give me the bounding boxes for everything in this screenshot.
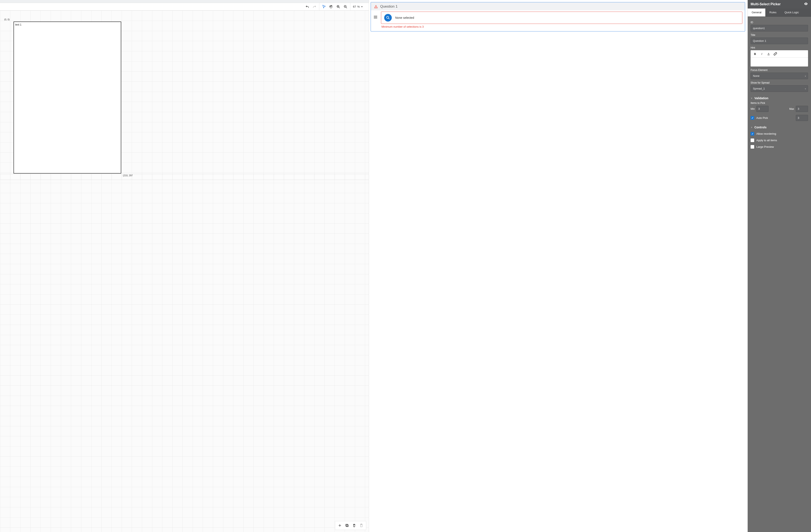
validation-error-text: Minimum number of selections is 3	[381, 24, 743, 30]
hand-icon	[329, 5, 333, 9]
underline-button[interactable]: A	[766, 51, 771, 56]
selection-text: None selected	[395, 16, 414, 19]
top-gap	[0, 0, 369, 3]
duplicate-page-button[interactable]	[344, 522, 350, 528]
link-icon	[773, 51, 778, 56]
svg-point-9	[806, 3, 806, 4]
min-label: Min	[751, 107, 755, 110]
zoom-out-icon	[343, 5, 348, 9]
hint-toolbar: B I A	[751, 50, 808, 58]
properties-title: Multi-Select Picker	[751, 2, 781, 6]
validation-section-header[interactable]: ▼ Validation	[751, 96, 808, 100]
plus-icon	[338, 523, 342, 528]
link-button[interactable]	[773, 51, 778, 56]
visibility-toggle[interactable]	[804, 2, 808, 7]
search-icon	[386, 16, 390, 20]
warning-icon	[374, 4, 378, 9]
show-for-spread-select[interactable]: Spread_1	[751, 85, 808, 92]
hint-textarea[interactable]	[751, 58, 808, 66]
italic-icon: I	[761, 52, 762, 56]
zoom-unit: %	[357, 5, 360, 8]
clipboard-icon	[359, 523, 364, 528]
max-label: Max	[789, 107, 794, 110]
ruler-bottom	[0, 174, 369, 180]
properties-panel: Multi-Select Picker General Rules Quick …	[748, 0, 811, 532]
page-text-element[interactable]: text 1	[15, 23, 21, 26]
undo-icon	[305, 5, 309, 9]
apply-all-checkbox[interactable]	[751, 139, 754, 142]
tab-rules[interactable]: Rules	[765, 9, 780, 16]
undo-button[interactable]	[304, 4, 310, 10]
question-card[interactable]: Question 1 None selected Minimum number …	[371, 2, 745, 31]
page-rect[interactable]	[14, 21, 121, 174]
search-picker-button[interactable]	[384, 14, 392, 21]
tab-general[interactable]: General	[748, 9, 765, 16]
svg-rect-2	[346, 525, 348, 527]
zoom-in-button[interactable]	[335, 4, 341, 10]
chevron-down-icon: ▼	[361, 6, 363, 8]
show-for-spread-label: Show for Spread	[751, 81, 808, 84]
title-field[interactable]	[751, 37, 808, 44]
question-title: Question 1	[380, 4, 397, 9]
underline-icon: A	[768, 52, 770, 56]
hint-label: Hint	[751, 46, 808, 49]
delete-page-button[interactable]	[351, 522, 357, 528]
redo-icon	[312, 5, 317, 9]
pointer-icon	[322, 5, 326, 9]
auto-pick-value-field[interactable]	[796, 115, 808, 121]
chevron-down-icon: ▼	[751, 126, 753, 128]
id-label: ID	[751, 21, 808, 24]
add-page-button[interactable]	[337, 522, 343, 528]
allow-reordering-label: Allow reordering	[756, 132, 776, 135]
canvas-toolbar: 67 % ▼	[0, 3, 369, 11]
auto-pick-label: Auto Pick	[756, 116, 768, 120]
pan-tool[interactable]	[328, 4, 334, 10]
svg-rect-6	[376, 6, 376, 7]
coord-bottom-right: (210, 297	[123, 174, 133, 177]
hint-editor: B I A	[751, 50, 808, 66]
focus-element-label: Focus Element	[751, 68, 808, 72]
controls-label: Controls	[754, 126, 767, 129]
bold-icon: B	[754, 52, 756, 56]
pointer-tool[interactable]	[321, 4, 327, 10]
selector-box[interactable]: None selected	[381, 12, 743, 24]
paste-page-button[interactable]	[358, 522, 364, 528]
page-actions-toolbar	[335, 521, 366, 530]
large-preview-label: Large Preview	[756, 145, 774, 148]
apply-all-label: Apply to all items	[756, 139, 777, 142]
eye-icon	[804, 2, 808, 6]
title-label: Title	[751, 34, 808, 36]
validation-label: Validation	[754, 96, 768, 100]
min-field[interactable]	[756, 106, 768, 112]
drag-icon	[373, 15, 378, 20]
canvas-panel: 67 % ▼ (0, 0) text 1 (210, 297	[0, 0, 369, 532]
controls-section-header[interactable]: ▼ Controls	[751, 126, 808, 129]
questions-panel: Question 1 None selected Minimum number …	[369, 0, 748, 532]
svg-rect-3	[346, 524, 348, 526]
focus-element-select[interactable]: None	[751, 73, 808, 79]
auto-pick-checkbox[interactable]	[751, 116, 754, 120]
large-preview-checkbox[interactable]	[751, 145, 754, 148]
drag-handle[interactable]	[372, 12, 379, 20]
max-field[interactable]	[796, 106, 808, 112]
chevron-down-icon: ▼	[751, 97, 753, 99]
allow-reordering-checkbox[interactable]	[751, 132, 754, 136]
trash-icon	[352, 523, 356, 528]
svg-rect-7	[376, 7, 376, 8]
items-to-pick-label: Items to Pick	[751, 101, 808, 105]
canvas-area[interactable]: (0, 0) text 1 (210, 297	[0, 11, 369, 532]
zoom-value: 67	[353, 5, 356, 8]
id-field[interactable]	[751, 25, 808, 31]
svg-point-8	[387, 16, 389, 18]
redo-button[interactable]	[311, 4, 318, 10]
question-header: Question 1	[371, 2, 745, 10]
properties-tabs: General Rules Quick Logic	[748, 9, 811, 17]
copy-icon	[345, 523, 349, 528]
bold-button[interactable]: B	[753, 51, 758, 56]
italic-button[interactable]: I	[760, 51, 764, 56]
zoom-in-icon	[336, 5, 340, 9]
properties-title-bar: Multi-Select Picker	[748, 0, 811, 9]
zoom-level-dropdown[interactable]: 67 % ▼	[352, 5, 364, 8]
zoom-out-button[interactable]	[342, 4, 349, 10]
tab-quick-logic[interactable]: Quick Logic	[781, 9, 803, 16]
